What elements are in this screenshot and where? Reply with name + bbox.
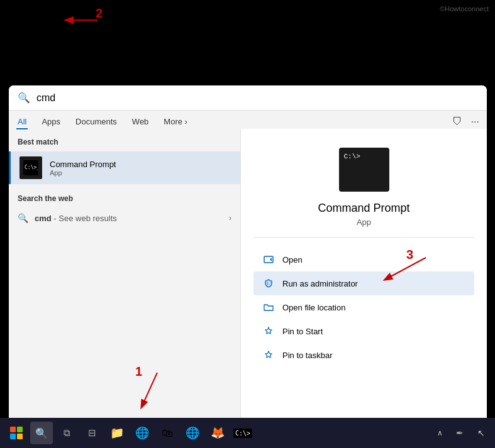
windows-logo-icon (10, 427, 23, 439)
cmd-taskbar-icon: C:\> (233, 429, 252, 438)
cmd-icon: C:\>_ (19, 156, 42, 179)
search-bar: 🔍 (9, 85, 487, 111)
taskbar-chrome-button[interactable]: 🌐 (181, 422, 204, 444)
explorer-icon: 📁 (110, 426, 124, 440)
result-name: Command Prompt (50, 160, 116, 169)
best-match-item[interactable]: C:\>_ Command Prompt App (9, 151, 240, 184)
right-panel: Command Prompt App Open (240, 129, 487, 418)
result-type: App (50, 169, 116, 177)
pen-icon: ✒ (456, 428, 464, 438)
pin-start-icon (262, 325, 275, 337)
web-search-item[interactable]: 🔍 cmd - See web results › (9, 208, 240, 228)
best-match-label: Best match (9, 138, 240, 151)
edge-icon: 🌐 (135, 426, 149, 440)
action-list: Open ! Run as administrator (253, 248, 474, 367)
svg-text:C:\>_: C:\>_ (25, 165, 38, 170)
search-content: Best match C:\>_ Command Prompt App Sear… (9, 129, 487, 418)
tab-more[interactable]: More › (162, 114, 189, 129)
firefox-icon: 🦊 (211, 426, 225, 440)
web-search-icon: 🔍 (18, 213, 28, 223)
tray-chevron[interactable]: ∧ (431, 424, 448, 442)
tab-apps[interactable]: Apps (40, 114, 62, 129)
app-preview-icon (339, 148, 389, 192)
action-open-label: Open (282, 255, 303, 265)
shield-icon: ! (262, 277, 275, 290)
taskbar-edge-button[interactable]: 🌐 (131, 422, 153, 444)
taskbar-cmd-button[interactable]: C:\> (231, 422, 254, 444)
taskbar-search-button[interactable]: 🔍 (30, 422, 53, 444)
taskbar-explorer-button[interactable]: 📁 (106, 422, 128, 444)
action-pin-taskbar[interactable]: Pin to taskbar (253, 343, 474, 367)
app-type-label: App (357, 217, 371, 227)
tray-pen[interactable]: ✒ (451, 424, 469, 442)
search-bar-icon: 🔍 (18, 92, 30, 104)
pin-taskbar-icon (262, 349, 275, 361)
arrow-2-svg (60, 14, 104, 33)
tray-icons: ∧ ✒ (431, 424, 469, 442)
left-panel: Best match C:\>_ Command Prompt App Sear… (9, 129, 240, 418)
open-icon (262, 253, 275, 266)
divider (253, 237, 474, 238)
action-pin-start[interactable]: Pin to Start (253, 319, 474, 343)
people-icon[interactable]: ⛉ (452, 116, 462, 128)
windows-start-button[interactable] (5, 422, 28, 444)
action-file-location[interactable]: Open file location (253, 295, 474, 319)
action-file-location-label: Open file location (282, 303, 345, 312)
action-pin-start-label: Pin to Start (282, 327, 323, 336)
store-icon: 🛍 (162, 427, 173, 440)
widgets-icon: ⊟ (88, 427, 96, 439)
action-open[interactable]: Open (253, 248, 474, 271)
chevron-up-icon: ∧ (437, 429, 443, 437)
taskbar-search-icon: 🔍 (35, 427, 48, 439)
app-name: Command Prompt (318, 202, 409, 215)
taskbar: 🔍 ⧉ ⊟ 📁 🌐 🛍 🌐 🦊 C:\> (0, 418, 495, 448)
more-options-icon[interactable]: ··· (471, 116, 479, 128)
chrome-icon: 🌐 (186, 426, 199, 440)
taskbar-firefox-button[interactable]: 🦊 (206, 422, 229, 444)
action-pin-taskbar-label: Pin to taskbar (282, 351, 333, 360)
taskbar-taskview-button[interactable]: ⧉ (55, 422, 78, 444)
annotation-2: 2 (96, 6, 103, 21)
action-run-admin[interactable]: ! Run as administrator (253, 271, 474, 295)
cursor-indicator: ↖ (472, 424, 490, 442)
tab-documents[interactable]: Documents (74, 114, 118, 129)
action-admin-label: Run as administrator (282, 279, 358, 288)
tab-all[interactable]: All (16, 114, 28, 129)
taskbar-right: ∧ ✒ ↖ (431, 424, 490, 442)
search-tabs: All Apps Documents Web More › ⛉ ··· (9, 111, 487, 129)
web-search-text: cmd - See web results (35, 214, 117, 223)
svg-text:!: ! (267, 281, 269, 286)
cursor-icon: ↖ (477, 428, 485, 438)
tab-web[interactable]: Web (131, 114, 150, 129)
folder-icon (262, 301, 275, 314)
taskbar-left: 🔍 ⧉ ⊟ 📁 🌐 🛍 🌐 🦊 C:\> (5, 422, 254, 444)
taskbar-widgets-button[interactable]: ⊟ (81, 422, 103, 444)
taskbar-store-button[interactable]: 🛍 (156, 422, 179, 444)
search-input[interactable] (36, 92, 478, 104)
web-search-label: Search the web (9, 194, 240, 208)
search-panel: 🔍 All Apps Documents Web More › ⛉ ··· Be… (9, 85, 487, 418)
watermark: ©Howtoconnect (440, 5, 489, 13)
chevron-right-icon: › (229, 214, 231, 222)
taskview-icon: ⧉ (64, 427, 70, 439)
web-search-section: Search the web 🔍 cmd - See web results › (9, 185, 240, 228)
